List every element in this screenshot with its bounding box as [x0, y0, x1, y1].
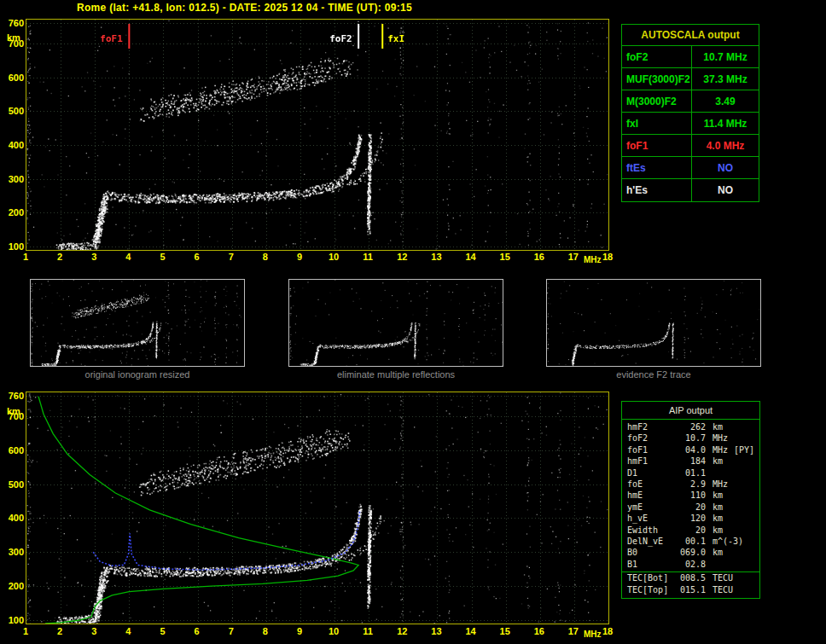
aip-row-foF2: foF210.7MHz [622, 432, 759, 444]
top-x-axis-labels: 123456789101112131415161718 [26, 252, 609, 264]
page-title: Rome (lat: +41.8, lon: 012.5) - DATE: 20… [77, 2, 412, 14]
top-y-axis-labels: 100200300400500600700760 [2, 20, 24, 250]
aip-param-value: 110 [672, 490, 706, 501]
aip-param-label: B1 [627, 559, 672, 570]
aip-row-Ewidth: Ewidth20km [622, 525, 759, 536]
aip-row-DelN_vE: DelN_vE00.1m^(-3) [622, 536, 759, 547]
y-tick-label-500: 500 [2, 479, 24, 490]
thumbnail-caption-original: original ionogram resized [30, 369, 245, 380]
x-tick-label-14: 14 [462, 252, 480, 262]
x-tick-label-7: 7 [222, 252, 241, 262]
x-tick-label-9: 9 [290, 252, 309, 262]
aip-row-B0: B0069.0km [622, 547, 759, 558]
x-tick-label-6: 6 [188, 252, 206, 262]
x-tick-label-12: 12 [393, 626, 411, 636]
x-tick-label-1: 1 [16, 626, 35, 636]
aip-param-label: DelN_vE [627, 536, 672, 547]
aip-param-label: foF2 [627, 432, 672, 444]
x-tick-label-12: 12 [393, 252, 411, 262]
aip-param-label: hmF2 [627, 421, 672, 432]
y-tick-label-200: 200 [2, 581, 24, 591]
aip-param-unit: MHz [713, 432, 728, 444]
autoscala-app-window: { "header": { "title": "Rome (lat: +41.8… [0, 0, 826, 644]
x-tick-label-8: 8 [256, 626, 275, 636]
aip-param-unit: km [713, 525, 723, 536]
aip-param-unit: km [713, 421, 723, 432]
aip-param-unit: MHz [713, 444, 728, 455]
aip-param-value: 2.9 [672, 479, 706, 490]
thumbnail-no-multiples-canvas [289, 280, 503, 366]
x-tick-label-17: 17 [564, 252, 583, 262]
y-tick-label-600: 600 [2, 73, 24, 83]
x-tick-label-4: 4 [119, 626, 137, 636]
aip-row-D1: D101.1 [622, 467, 759, 479]
x-tick-label-1: 1 [16, 252, 35, 262]
aip-row-TEC[Bot]: TEC[Bot]008.5TECU [622, 572, 759, 584]
x-tick-label-15: 15 [496, 626, 515, 636]
bottom-mhz-unit-label: MHz [584, 629, 602, 639]
autoscala-row-M(3000)F2: M(3000)F23.49 [622, 90, 759, 113]
y-tick-label-760: 760 [2, 391, 24, 401]
aip-param-value: 04.0 [672, 444, 706, 455]
autoscala-param-label: M(3000)F2 [622, 90, 692, 112]
aip-param-unit: km [713, 502, 723, 513]
aip-param-unit: m^(-3) [713, 536, 743, 547]
aip-param-label: h_vE [627, 513, 672, 524]
y-tick-label-200: 200 [2, 207, 24, 218]
ionogram-top-panel: foF1foF2fxI [26, 19, 609, 251]
thumbnail-caption-f2-trace: evidence F2 trace [546, 369, 761, 380]
aip-row-foE: foE2.9MHz [622, 479, 759, 490]
aip-param-label: foE [627, 479, 672, 490]
aip-param-value: 20 [672, 502, 706, 513]
aip-param-label: hmE [627, 490, 672, 501]
bottom-km-unit-label: km [7, 406, 20, 416]
aip-row-TEC[Top]: TEC[Top]015.1TECU [622, 584, 759, 596]
x-tick-label-5: 5 [153, 626, 172, 636]
aip-table-title: AIP output [622, 402, 759, 420]
aip-row-B1: B102.8 [622, 559, 759, 570]
x-tick-label-2: 2 [50, 252, 69, 262]
x-tick-label-16: 16 [530, 252, 549, 262]
x-tick-label-6: 6 [188, 626, 206, 636]
aip-param-unit: km [713, 513, 723, 524]
autoscala-param-label: foF2 [622, 46, 692, 67]
marker-label-fxI: fxI [387, 33, 404, 44]
aip-param-value: 00.1 [672, 536, 706, 547]
aip-row-hmF2: hmF2262km [622, 421, 759, 432]
x-tick-label-7: 7 [222, 626, 241, 636]
aip-param-value: 008.5 [672, 572, 706, 584]
autoscala-param-value: 37.3 MHz [692, 68, 759, 90]
y-tick-label-300: 300 [2, 174, 24, 184]
aip-param-value: 10.7 [672, 432, 706, 444]
aip-param-label: D1 [627, 467, 672, 479]
x-tick-label-13: 13 [427, 252, 445, 262]
thumbnail-no-multiples [288, 279, 503, 367]
autoscala-row-foF2: foF210.7 MHz [622, 46, 759, 68]
aip-param-unit: km [713, 490, 723, 501]
x-tick-label-13: 13 [427, 626, 445, 636]
ionogram-bottom-canvas [26, 392, 608, 624]
aip-param-value: 184 [672, 455, 706, 467]
aip-param-value: 120 [672, 513, 706, 524]
autoscala-param-label: MUF(3000)F2 [622, 68, 692, 90]
aip-param-value: 262 [672, 421, 706, 432]
aip-param-unit: MHz [713, 479, 728, 490]
aip-param-label: B0 [627, 547, 672, 558]
x-tick-label-3: 3 [84, 252, 103, 262]
aip-param-value: 069.0 [672, 547, 706, 558]
autoscala-param-label: h'Es [622, 179, 692, 201]
aip-param-value: 02.8 [672, 559, 706, 570]
y-tick-label-500: 500 [2, 106, 24, 116]
x-tick-label-11: 11 [358, 626, 377, 636]
aip-row-hmE: hmE110km [622, 490, 759, 501]
thumbnail-f2-trace [546, 279, 761, 367]
x-tick-label-3: 3 [84, 626, 103, 636]
top-km-unit-label: km [7, 32, 20, 43]
x-tick-label-2: 2 [50, 626, 69, 636]
aip-row-ymE: ymE20km [622, 502, 759, 513]
aip-row-h_vE: h_vE120km [622, 513, 759, 524]
aip-param-label: TEC[Bot] [627, 572, 672, 584]
y-tick-label-300: 300 [2, 547, 24, 557]
marker-label-foF1: foF1 [100, 33, 123, 44]
y-tick-label-400: 400 [2, 140, 24, 150]
